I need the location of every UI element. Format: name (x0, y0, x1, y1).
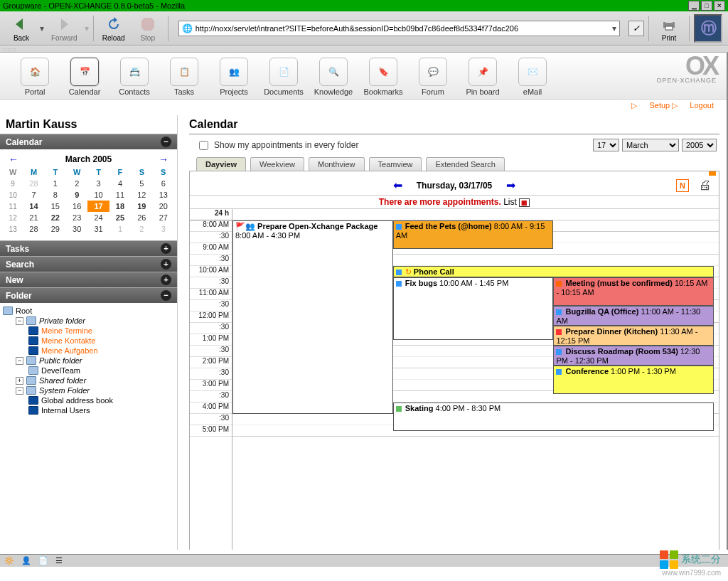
tab-dayview[interactable]: Dayview (196, 157, 246, 171)
maximize-button[interactable]: □ (701, 1, 712, 11)
tree-termine[interactable]: Meine Termine (3, 326, 174, 336)
tree-shared[interactable]: +Shared folder (3, 375, 174, 385)
list-link[interactable]: List (503, 197, 517, 207)
new-appointment-button[interactable]: N (676, 179, 689, 192)
expand-icon[interactable] (161, 274, 171, 285)
sidebar-search-head[interactable]: Search (0, 256, 177, 272)
tab-monthview[interactable]: Monthview (309, 157, 365, 171)
forward-button[interactable]: Forward (47, 13, 82, 43)
tab-extsearch[interactable]: Extended Search (426, 157, 504, 171)
prev-day-icon[interactable]: ⬅ (393, 178, 402, 192)
tree-develteam[interactable]: DevelTeam (3, 366, 174, 375)
event-bugzilla[interactable]: Bugzilla QA (Office) 11:00 AM - 11:30 AM (553, 306, 714, 326)
projects-button[interactable]: 👥Projects (209, 58, 259, 96)
event-fix[interactable]: Fix bugs 10:00 AM - 1:45 PM (393, 277, 554, 340)
logout-link[interactable]: Logout (690, 101, 714, 110)
tree-internal[interactable]: Internal Users (3, 405, 174, 415)
prev-month-icon[interactable]: ← (9, 154, 18, 165)
sidebar-search-label: Search (6, 260, 34, 270)
tree-root[interactable]: Root (3, 306, 174, 316)
status-dot-icon (396, 224, 402, 230)
tab-weekview[interactable]: Weekview (250, 157, 304, 171)
tab-teamview[interactable]: Teamview (369, 157, 422, 171)
documents-button[interactable]: 📄Documents (259, 58, 309, 96)
recurring-icon: ↻ (405, 267, 412, 276)
site-icon: 🌐 (182, 23, 193, 33)
content-area: Calendar Show my appointments in every f… (178, 115, 727, 550)
collapse-icon[interactable]: − (16, 387, 23, 395)
address-bar[interactable]: 🌐 ▾ (178, 21, 620, 36)
knowledge-icon: 🔍 (319, 58, 348, 86)
minimize-button[interactable]: ▁ (688, 1, 700, 11)
back-button[interactable]: Back (6, 13, 37, 43)
folder-icon (26, 376, 36, 385)
next-month-icon[interactable]: → (159, 154, 168, 165)
collapse-icon[interactable] (161, 137, 171, 147)
mini-cal-grid[interactable]: WMTWTFSS92812345610789101112131114151617… (3, 166, 174, 235)
pinboard-button[interactable]: 📌Pin board (458, 58, 508, 96)
sidebar-new-head[interactable]: New (0, 272, 177, 287)
go-button[interactable]: ✓ (628, 21, 644, 36)
event-title: Prepare Open-Xchange Package (257, 222, 378, 230)
event-conf[interactable]: Conference 1:00 PM - 1:30 PM (553, 366, 714, 394)
calendar-button[interactable]: 📅Calendar (60, 58, 109, 96)
tasks-button[interactable]: 📋Tasks (159, 58, 209, 96)
status-icon: 👤 (21, 556, 31, 565)
event-skating[interactable]: Skating 4:00 PM - 8:30 PM (393, 403, 714, 431)
event-title: Phone Call (414, 267, 454, 276)
print-view-icon[interactable]: 🖨 (699, 178, 712, 193)
tasks-label: Tasks (174, 87, 194, 96)
reload-button[interactable]: Reload (98, 13, 129, 43)
tree-kontakte[interactable]: Meine Kontakte (3, 336, 174, 346)
print-button[interactable]: Print (653, 13, 685, 43)
expand-icon[interactable] (161, 259, 171, 270)
sidebar-calendar-head[interactable]: Calendar (0, 134, 177, 149)
expand-list-icon[interactable]: ▦ (519, 198, 530, 207)
portal-button[interactable]: 🏠Portal (10, 58, 60, 96)
tree-system[interactable]: −System Folder (3, 385, 174, 395)
tree-public[interactable]: −Public folder (3, 356, 174, 366)
day-select[interactable]: 17 (593, 139, 619, 151)
url-input[interactable] (196, 24, 609, 33)
year-select[interactable]: 2005 (682, 139, 717, 151)
event-meeting[interactable]: Meeting (must be confirmed) 10:15 AM - 1… (553, 277, 714, 306)
forum-button[interactable]: 💬Forum (408, 58, 458, 96)
tree-gab[interactable]: Global address book (3, 395, 174, 405)
close-button[interactable]: ✕ (714, 1, 725, 11)
stop-button[interactable]: Stop (132, 13, 164, 43)
next-day-icon[interactable]: ➡ (506, 178, 515, 192)
browser-toolbar: Back ▾ Forward ▾ Reload Stop 🌐 ▾ ✓ Print… (0, 11, 728, 46)
more-appointments-row[interactable]: There are more appointments. List ▦ (190, 195, 719, 209)
folder-icon (3, 307, 13, 315)
expand-icon[interactable] (161, 243, 171, 254)
setup-link[interactable]: Setup (649, 101, 670, 110)
tree-label: Meine Kontakte (41, 336, 95, 345)
contacts-button[interactable]: 📇Contacts (109, 58, 159, 96)
event-columns[interactable]: 🚩👥 Prepare Open-Xchange Package 8:00 AM … (232, 209, 719, 550)
event-dinner[interactable]: Prepare Dinner (Kitchen) 11:30 AM - 12:1… (553, 326, 714, 346)
event-title: Feed the Pets (@home) (405, 222, 492, 230)
expand-icon[interactable]: + (16, 377, 23, 385)
collapse-icon[interactable]: − (16, 357, 23, 365)
event-feed[interactable]: Feed the Pets (@home) 8:00 AM - 9:15 AM (393, 220, 554, 249)
event-phone[interactable]: ↻ Phone Call (393, 266, 714, 277)
email-button[interactable]: ✉️eMail (508, 58, 557, 96)
tree-private[interactable]: −Private folder (3, 316, 174, 326)
knowledge-button[interactable]: 🔍Knowledge (309, 58, 358, 96)
show-all-checkbox[interactable] (199, 141, 208, 150)
tasks-icon: 📋 (170, 58, 198, 86)
tree-aufgaben[interactable]: Meine Aufgaben (3, 346, 174, 356)
sidebar-folder-head[interactable]: Folder (0, 287, 177, 303)
collapse-icon[interactable]: − (16, 317, 23, 325)
event-time: 4:00 PM - 8:30 PM (436, 404, 501, 412)
mini-cal-title: March 2005 (65, 154, 112, 164)
month-select[interactable]: March (622, 139, 679, 151)
status-dot-icon (396, 281, 402, 287)
event-prepare[interactable]: 🚩👥 Prepare Open-Xchange Package 8:00 AM … (232, 220, 393, 414)
collapse-icon[interactable] (161, 290, 171, 301)
bookmarks-button[interactable]: 🔖Bookmarks (358, 58, 408, 96)
event-roadmap[interactable]: Discuss Roadmap (Room 534) 12:30 PM - 12… (553, 346, 714, 366)
sidebar-tasks-head[interactable]: Tasks (0, 240, 177, 256)
tree-label: Meine Aufgaben (41, 346, 98, 355)
meta-links: ▷ Setup ▷ Logout (0, 100, 727, 115)
